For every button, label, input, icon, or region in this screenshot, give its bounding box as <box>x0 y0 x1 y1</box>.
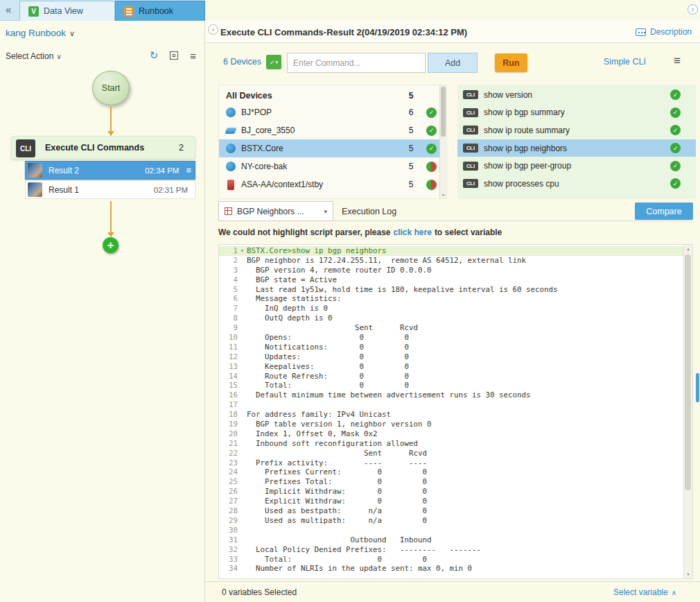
compare-button[interactable]: Compare <box>635 203 693 220</box>
menu-icon[interactable]: ≡ <box>186 165 191 175</box>
command-row[interactable]: CLIshow version✓ <box>457 86 696 104</box>
simple-cli-link[interactable]: Simple CLI <box>604 57 646 67</box>
device-list-scrollbar[interactable]: ▾ <box>439 85 446 198</box>
fold-gutter <box>238 285 247 295</box>
add-action-button[interactable]: + <box>103 237 119 253</box>
fold-caret-icon[interactable]: ▾ <box>238 246 247 256</box>
line-number: 23 <box>219 458 238 468</box>
scrollbar-thumb[interactable] <box>441 87 446 137</box>
fold-gutter <box>238 381 247 390</box>
output-line: 19 BGP table version 1, neighbor version… <box>219 420 683 429</box>
fold-gutter <box>238 449 247 458</box>
command-row[interactable]: CLIshow ip bgp neighbors✓ <box>457 139 696 157</box>
line-number: 31 <box>219 535 238 545</box>
fold-gutter <box>238 429 247 439</box>
flow-start-node[interactable]: Start <box>92 71 130 105</box>
device-name: ASA-AA/context1/stby <box>241 180 404 189</box>
line-number: 25 <box>219 477 238 487</box>
command-status-icon: ✓ <box>670 161 681 171</box>
output-text: Total: 0 0 <box>247 555 427 565</box>
runbook-icon <box>124 6 134 17</box>
command-row[interactable]: CLIshow processes cpu✓ <box>457 175 696 193</box>
output-line: 8 OutQ depth is 0 <box>219 313 683 323</box>
scrollbar-thumb[interactable] <box>685 255 691 490</box>
output-text: Prefix activity: ---- ---- <box>247 458 427 468</box>
cli-icon: CLI <box>463 179 478 188</box>
output-line: 24 Prefixes Current: 0 0 <box>219 467 683 477</box>
scroll-up-icon[interactable]: ▴ <box>684 245 692 253</box>
runbook-title-dropdown[interactable]: kang Runbook∨ <box>6 28 75 38</box>
warning-text: to select variable <box>435 227 502 237</box>
cli-icon: CLI <box>463 162 478 171</box>
menu-icon[interactable]: ≡ <box>190 50 196 62</box>
fold-gutter <box>238 526 247 535</box>
flow-node-execute-cli[interactable]: CLI Execute CLI Commands 2 <box>11 136 195 160</box>
fold-gutter <box>238 275 247 285</box>
variables-selected-label: 0 variables Selected <box>222 587 297 597</box>
line-number: 21 <box>219 439 238 449</box>
line-number: 5 <box>219 285 238 295</box>
output-line: 33 Total: 0 0 <box>219 555 683 565</box>
tab-execution-log[interactable]: Execution Log <box>335 201 403 221</box>
result-time: 02:34 PM <box>145 166 179 175</box>
output-line: 12 Updates: 0 0 <box>219 352 683 362</box>
output-line: 14 Route Refresh: 0 0 <box>219 372 683 381</box>
refresh-icon[interactable]: ↻ <box>150 49 159 62</box>
scroll-down-icon[interactable]: ▾ <box>684 570 692 578</box>
output-text: Sent Rcvd <box>247 323 418 333</box>
output-text: OutQ depth is 0 <box>247 313 333 323</box>
devices-dropdown[interactable]: 6 Devices <box>223 57 261 67</box>
add-command-button[interactable]: Add <box>428 53 478 73</box>
command-input[interactable] <box>287 53 426 73</box>
device-row[interactable]: NY-core-bak5 <box>219 157 446 175</box>
parser-dropdown[interactable]: BGP Neighbors ... ▾ <box>218 201 333 221</box>
output-text: BGP state = Active <box>247 275 337 285</box>
cli-output-area[interactable]: 1▾BSTX.Core>show ip bgp neighbors2BGP ne… <box>218 244 693 579</box>
description-button[interactable]: Description <box>636 27 692 37</box>
scroll-down-icon[interactable]: ▾ <box>440 191 446 198</box>
select-action-dropdown[interactable]: Select Action∨ <box>6 51 62 61</box>
device-row[interactable]: BJ*POP6✓ <box>219 103 446 121</box>
device-row[interactable]: BJ_core_35505✓ <box>219 121 446 139</box>
run-button[interactable]: Run <box>495 53 527 72</box>
line-number: 20 <box>219 429 238 439</box>
result-row[interactable]: Result 2 02:34 PM ≡ <box>25 161 195 180</box>
devices-check-dropdown-button[interactable]: ✓ ▾ <box>266 55 281 69</box>
router-icon <box>226 108 236 117</box>
cli-icon: CLI <box>463 144 478 153</box>
line-number: 18 <box>219 410 238 420</box>
command-status-icon: ✓ <box>670 178 681 189</box>
menu-icon[interactable]: ≡ <box>674 54 681 68</box>
flow-connector <box>110 107 112 132</box>
fit-view-icon[interactable] <box>170 51 178 60</box>
result-avatar <box>28 182 42 197</box>
device-row[interactable]: ASA-AA/context1/stby5 <box>219 175 446 194</box>
collapse-sidebar-icon[interactable]: « <box>6 3 11 15</box>
tab-data-view-label: Data View <box>44 6 83 16</box>
collapse-panel-icon[interactable]: ‹ <box>208 24 218 35</box>
output-scrollbar[interactable]: ▴ ▾ <box>683 245 692 578</box>
fold-gutter <box>238 256 247 266</box>
select-variable-toggle[interactable]: Select variable∧ <box>613 587 676 597</box>
expand-right-icon[interactable]: › <box>688 4 698 15</box>
click-here-link[interactable]: click here <box>394 227 432 237</box>
tab-runbook[interactable]: Runbook <box>115 1 205 21</box>
command-row[interactable]: CLIshow ip route summary✓ <box>457 121 696 139</box>
command-row[interactable]: CLIshow ip bgp summary✓ <box>457 104 696 122</box>
flow-arrowhead <box>107 232 114 237</box>
output-text: Updates: 0 0 <box>247 352 409 362</box>
device-status-icon: ✓ <box>426 108 437 118</box>
parser-table-icon <box>225 207 232 215</box>
command-row[interactable]: CLIshow ip bgp peer-group✓ <box>457 157 696 175</box>
output-line: 10 Opens: 0 0 <box>219 333 683 343</box>
panel-top-strip: › <box>205 0 700 21</box>
line-number: 13 <box>219 362 238 372</box>
command-label: show version <box>484 90 670 100</box>
tab-data-view[interactable]: V Data View <box>19 1 115 21</box>
result-row[interactable]: Result 1 02:31 PM <box>25 180 195 199</box>
line-number: 15 <box>219 381 238 390</box>
panel-scrollbar-thumb[interactable] <box>696 373 699 402</box>
output-line: 6 Message statistics: <box>219 294 683 304</box>
device-row[interactable]: BSTX.Core5✓ <box>219 139 446 157</box>
output-text: Local Policy Denied Prefixes: -------- -… <box>247 545 481 555</box>
